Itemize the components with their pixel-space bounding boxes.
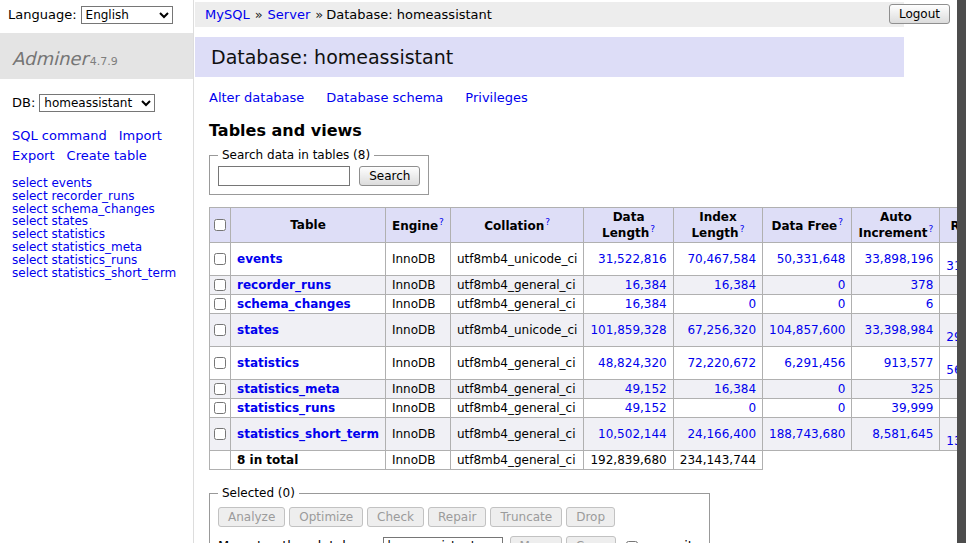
data-free-link[interactable]: 0 [838, 278, 846, 292]
alter-database-link[interactable]: Alter database [209, 90, 304, 105]
privileges-link[interactable]: Privileges [465, 90, 528, 105]
optimize-button: Optimize [289, 507, 363, 527]
help-link[interactable]: ? [545, 217, 550, 227]
index-length-link[interactable]: 24,166,400 [687, 427, 756, 441]
sidebar-link-create-table[interactable]: Create table [67, 148, 147, 163]
row-checkbox-events[interactable] [214, 253, 226, 265]
overwrite-option[interactable]: overwrite [625, 538, 701, 543]
db-select[interactable]: homeassistant [39, 94, 155, 112]
search-input[interactable] [218, 166, 350, 186]
table-name-link-recorder-runs[interactable]: recorder_runs [237, 278, 331, 292]
data-length-link[interactable]: 49,152 [625, 382, 667, 396]
table-name-link-statistics-runs[interactable]: statistics_runs [237, 401, 335, 415]
auto-increment-link[interactable]: 33,898,196 [865, 252, 934, 266]
data-free-link[interactable]: 188,743,680 [769, 427, 845, 441]
help-link[interactable]: ? [650, 224, 655, 234]
table-name-link-statistics[interactable]: statistics [237, 356, 299, 370]
auto-increment-link[interactable]: 33,398,984 [865, 323, 934, 337]
row-checkbox-statistics[interactable] [214, 357, 226, 369]
language-select[interactable]: English [81, 6, 173, 24]
data-length-link[interactable]: 16,384 [625, 297, 667, 311]
auto-increment-link[interactable]: 913,577 [884, 356, 934, 370]
breadcrumb-separator: » [315, 7, 323, 22]
sidebar-link-export[interactable]: Export [12, 148, 55, 163]
data-length-link[interactable]: 101,859,328 [590, 323, 666, 337]
scrollbar-thumb[interactable] [957, 0, 966, 543]
data-free-link[interactable]: 104,857,600 [769, 323, 845, 337]
index-length-link[interactable]: 0 [748, 401, 756, 415]
sidebar-select-events[interactable]: select events [12, 177, 193, 190]
help-link[interactable]: ? [439, 217, 444, 227]
table-row-statistics-short-term: statistics_short_termInnoDButf8mb4_gener… [210, 418, 966, 451]
cell-index-length: 67,256,320 [673, 314, 762, 347]
sidebar-select-recorder-runs[interactable]: select recorder_runs [12, 190, 193, 203]
data-length-link[interactable]: 49,152 [625, 401, 667, 415]
data-free-link[interactable]: 0 [838, 401, 846, 415]
selected-legend: Selected (0) [218, 486, 299, 500]
index-length-link[interactable]: 72,220,672 [687, 356, 756, 370]
sidebar-select-statistics-short-term[interactable]: select statistics_short_term [12, 267, 193, 280]
index-length-link[interactable]: 16,384 [714, 278, 756, 292]
data-length-link[interactable]: 48,824,320 [598, 356, 667, 370]
scrollbar[interactable] [957, 0, 966, 543]
data-free-link[interactable]: 0 [838, 382, 846, 396]
data-free-link[interactable]: 0 [838, 297, 846, 311]
data-free-link[interactable]: 50,331,648 [777, 252, 846, 266]
table-row-statistics-meta: statistics_metaInnoDButf8mb4_general_ci4… [210, 380, 966, 399]
language-label: Language: [8, 7, 77, 22]
table-name-link-statistics-short-term[interactable]: statistics_short_term [237, 427, 379, 441]
logout-button[interactable]: Logout [889, 4, 950, 24]
auto-increment-link[interactable]: 8,581,645 [872, 427, 933, 441]
move-db-select[interactable]: homeassistant [383, 537, 503, 543]
index-length-link[interactable]: 70,467,584 [687, 252, 756, 266]
auto-increment-link[interactable]: 325 [910, 382, 933, 396]
row-checkbox-recorder-runs[interactable] [214, 279, 226, 291]
cell-data-length: 16,384 [584, 276, 673, 295]
breadcrumb-link-mysql[interactable]: MySQL [205, 7, 250, 22]
auto-increment-link[interactable]: 39,999 [891, 401, 933, 415]
data-free-link[interactable]: 6,291,456 [784, 356, 845, 370]
sidebar-link-import[interactable]: Import [119, 128, 162, 143]
search-button[interactable]: Search [359, 166, 420, 186]
row-checkbox-schema-changes[interactable] [214, 298, 226, 310]
database-schema-link[interactable]: Database schema [326, 90, 443, 105]
auto-increment-link[interactable]: 6 [926, 297, 934, 311]
table-name-link-statistics-meta[interactable]: statistics_meta [237, 382, 340, 396]
sidebar-select-statistics-runs[interactable]: select statistics_runs [12, 254, 193, 267]
help-link[interactable]: ? [929, 224, 934, 234]
table-name-link-events[interactable]: events [237, 252, 283, 266]
breadcrumb-link-server[interactable]: Server [268, 7, 311, 22]
column-label: Index Length [691, 210, 738, 240]
cell-auto-increment: 33,398,984 [852, 314, 940, 347]
row-checkbox-statistics-runs[interactable] [214, 402, 226, 414]
row-checkbox-states[interactable] [214, 324, 226, 336]
help-link[interactable]: ? [740, 224, 745, 234]
row-checkbox-statistics-meta[interactable] [214, 383, 226, 395]
auto-increment-link[interactable]: 378 [910, 278, 933, 292]
sidebar-select-statistics-meta[interactable]: select statistics_meta [12, 241, 193, 254]
sidebar-link-sql-command[interactable]: SQL command [12, 128, 107, 143]
data-length-link[interactable]: 31,522,816 [598, 252, 667, 266]
data-length-link[interactable]: 16,384 [625, 278, 667, 292]
select-all-checkbox[interactable] [214, 219, 226, 231]
cell-auto-increment: 325 [852, 380, 940, 399]
cell-data-free: 0 [763, 399, 852, 418]
search-fieldset: Search data in tables (8) Search [209, 148, 429, 195]
cell-index-length: 0 [673, 295, 762, 314]
row-check-cell [210, 314, 231, 347]
cell-table-name: statistics [231, 347, 386, 380]
index-length-link[interactable]: 16,384 [714, 382, 756, 396]
data-length-link[interactable]: 10,502,144 [598, 427, 667, 441]
sidebar: Language:English Adminer4.7.9 DB:homeass… [0, 0, 194, 543]
table-name-link-states[interactable]: states [237, 323, 279, 337]
index-length-link[interactable]: 0 [748, 297, 756, 311]
help-link[interactable]: ? [838, 217, 843, 227]
cell-data-length: 10,502,144 [584, 418, 673, 451]
cell-engine: InnoDB [385, 399, 450, 418]
index-length-link[interactable]: 67,256,320 [687, 323, 756, 337]
table-name-link-schema-changes[interactable]: schema_changes [237, 297, 351, 311]
total-engine: InnoDB [385, 451, 450, 470]
cell-collation: utf8mb4_general_ci [450, 380, 584, 399]
cell-engine: InnoDB [385, 347, 450, 380]
row-checkbox-statistics-short-term[interactable] [214, 428, 226, 440]
